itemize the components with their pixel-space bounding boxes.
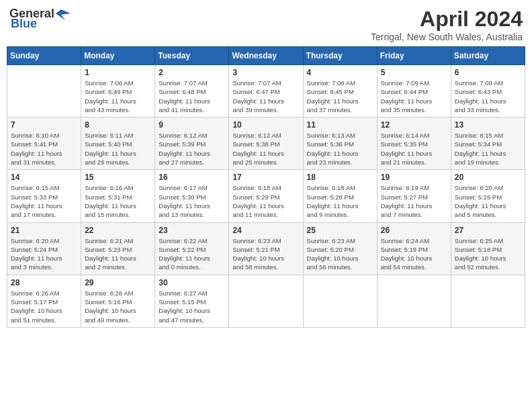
day-info: Sunrise: 6:10 AMSunset: 5:41 PMDaylight:… (11, 131, 77, 167)
day-info: Sunrise: 6:24 AMSunset: 5:19 PMDaylight:… (381, 236, 447, 272)
calendar-cell: 4Sunrise: 7:08 AMSunset: 6:45 PMDaylight… (303, 65, 377, 118)
calendar-cell (451, 275, 525, 327)
day-info: Sunrise: 7:07 AMSunset: 6:48 PMDaylight:… (159, 79, 225, 114)
day-number: 28 (11, 278, 77, 287)
logo-blue-text: Blue (11, 17, 37, 31)
logo: General Blue (9, 7, 71, 31)
calendar-cell: 8Sunrise: 6:11 AMSunset: 5:40 PMDaylight… (81, 118, 155, 170)
day-number: 15 (85, 173, 151, 182)
day-number: 17 (232, 173, 299, 182)
calendar-cell: 18Sunrise: 6:18 AMSunset: 5:28 PMDayligh… (303, 170, 377, 222)
day-info: Sunrise: 7:07 AMSunset: 6:47 PMDaylight:… (232, 79, 299, 114)
day-header-saturday: Saturday (451, 47, 525, 65)
calendar-week-row: 14Sunrise: 6:15 AMSunset: 5:33 PMDayligh… (7, 170, 525, 222)
day-number: 4 (307, 68, 373, 77)
day-info: Sunrise: 6:20 AMSunset: 5:26 PMDaylight:… (455, 183, 521, 219)
calendar-cell: 29Sunrise: 6:26 AMSunset: 5:16 PMDayligh… (81, 275, 155, 327)
calendar-cell: 13Sunrise: 6:15 AMSunset: 5:34 PMDayligh… (451, 118, 525, 170)
calendar-cell: 16Sunrise: 6:17 AMSunset: 5:30 PMDayligh… (155, 170, 229, 222)
day-number: 1 (85, 68, 151, 77)
day-info: Sunrise: 6:25 AMSunset: 5:18 PMDaylight:… (455, 236, 521, 272)
calendar-body: 1Sunrise: 7:06 AMSunset: 6:49 PMDaylight… (7, 65, 525, 328)
day-info: Sunrise: 6:27 AMSunset: 5:15 PMDaylight:… (159, 289, 225, 324)
calendar-cell: 10Sunrise: 6:12 AMSunset: 5:38 PMDayligh… (229, 118, 303, 170)
calendar-header-row: SundayMondayTuesdayWednesdayThursdayFrid… (7, 47, 525, 65)
location-subtitle: Terrigal, New South Wales, Australia (371, 32, 523, 42)
calendar-cell: 19Sunrise: 6:19 AMSunset: 5:27 PMDayligh… (377, 170, 451, 222)
day-info: Sunrise: 6:22 AMSunset: 5:22 PMDaylight:… (159, 236, 225, 272)
day-number: 14 (11, 173, 77, 182)
day-number: 12 (381, 120, 447, 130)
calendar-cell: 22Sunrise: 6:21 AMSunset: 5:23 PMDayligh… (81, 222, 155, 275)
day-info: Sunrise: 7:09 AMSunset: 6:44 PMDaylight:… (381, 79, 447, 114)
calendar-cell: 3Sunrise: 7:07 AMSunset: 6:47 PMDaylight… (229, 65, 303, 118)
day-number: 3 (232, 68, 299, 77)
calendar-week-row: 28Sunrise: 6:26 AMSunset: 5:17 PMDayligh… (7, 275, 525, 327)
day-info: Sunrise: 7:06 AMSunset: 6:49 PMDaylight:… (85, 79, 151, 114)
day-number: 25 (307, 226, 373, 235)
day-header-wednesday: Wednesday (229, 47, 303, 65)
calendar-cell: 25Sunrise: 6:23 AMSunset: 5:20 PMDayligh… (303, 222, 377, 275)
day-info: Sunrise: 6:26 AMSunset: 5:17 PMDaylight:… (11, 289, 77, 324)
calendar-cell: 21Sunrise: 6:20 AMSunset: 5:24 PMDayligh… (7, 222, 81, 275)
calendar-cell: 7Sunrise: 6:10 AMSunset: 5:41 PMDaylight… (7, 118, 81, 170)
day-number: 13 (455, 120, 521, 130)
calendar-cell: 9Sunrise: 6:12 AMSunset: 5:39 PMDaylight… (155, 118, 229, 170)
day-number: 18 (307, 173, 373, 182)
day-info: Sunrise: 6:18 AMSunset: 5:29 PMDaylight:… (232, 183, 299, 219)
day-info: Sunrise: 7:08 AMSunset: 6:45 PMDaylight:… (307, 79, 373, 114)
calendar-cell (229, 275, 303, 327)
day-header-tuesday: Tuesday (155, 47, 229, 65)
calendar-cell: 5Sunrise: 7:09 AMSunset: 6:44 PMDaylight… (377, 65, 451, 118)
calendar-cell: 11Sunrise: 6:13 AMSunset: 5:36 PMDayligh… (303, 118, 377, 170)
day-number: 6 (455, 68, 521, 77)
day-info: Sunrise: 6:23 AMSunset: 5:20 PMDaylight:… (307, 236, 373, 272)
calendar-cell (303, 275, 377, 327)
calendar-cell: 14Sunrise: 6:15 AMSunset: 5:33 PMDayligh… (7, 170, 81, 222)
day-info: Sunrise: 6:16 AMSunset: 5:31 PMDaylight:… (85, 183, 151, 219)
day-info: Sunrise: 6:15 AMSunset: 5:33 PMDaylight:… (11, 183, 77, 219)
day-info: Sunrise: 7:09 AMSunset: 6:43 PMDaylight:… (455, 79, 521, 114)
day-number: 22 (85, 226, 151, 235)
header: General Blue April 2024 Terrigal, New So… (7, 7, 525, 42)
day-info: Sunrise: 6:26 AMSunset: 5:16 PMDaylight:… (85, 289, 151, 324)
day-number: 26 (381, 226, 447, 235)
calendar-cell: 27Sunrise: 6:25 AMSunset: 5:18 PMDayligh… (451, 222, 525, 275)
day-header-thursday: Thursday (303, 47, 377, 65)
calendar-cell: 30Sunrise: 6:27 AMSunset: 5:15 PMDayligh… (155, 275, 229, 327)
calendar-cell: 17Sunrise: 6:18 AMSunset: 5:29 PMDayligh… (229, 170, 303, 222)
day-number: 2 (159, 68, 225, 77)
day-number: 10 (232, 120, 299, 130)
calendar-week-row: 1Sunrise: 7:06 AMSunset: 6:49 PMDaylight… (7, 65, 525, 118)
day-number: 11 (307, 120, 373, 130)
day-number: 29 (85, 278, 151, 287)
day-number: 19 (381, 173, 447, 182)
month-year-title: April 2024 (371, 7, 523, 32)
day-header-friday: Friday (377, 47, 451, 65)
day-number: 24 (232, 226, 299, 235)
day-info: Sunrise: 6:19 AMSunset: 5:27 PMDaylight:… (381, 183, 447, 219)
day-number: 20 (455, 173, 521, 182)
day-number: 30 (159, 278, 225, 287)
day-number: 23 (159, 226, 225, 235)
calendar-table: SundayMondayTuesdayWednesdayThursdayFrid… (7, 46, 525, 328)
day-info: Sunrise: 6:20 AMSunset: 5:24 PMDaylight:… (11, 236, 77, 272)
day-info: Sunrise: 6:17 AMSunset: 5:30 PMDaylight:… (159, 183, 225, 219)
calendar-cell (377, 275, 451, 327)
calendar-cell (7, 65, 81, 118)
calendar-cell: 1Sunrise: 7:06 AMSunset: 6:49 PMDaylight… (81, 65, 155, 118)
calendar-cell: 28Sunrise: 6:26 AMSunset: 5:17 PMDayligh… (7, 275, 81, 327)
day-number: 9 (159, 120, 225, 130)
day-number: 27 (455, 226, 521, 235)
day-number: 16 (159, 173, 225, 182)
day-info: Sunrise: 6:12 AMSunset: 5:39 PMDaylight:… (159, 131, 225, 167)
day-number: 5 (381, 68, 447, 77)
svg-marker-0 (56, 9, 71, 20)
calendar-cell: 23Sunrise: 6:22 AMSunset: 5:22 PMDayligh… (155, 222, 229, 275)
logo-bird-icon (56, 8, 71, 20)
day-number: 8 (85, 120, 151, 130)
calendar-cell: 20Sunrise: 6:20 AMSunset: 5:26 PMDayligh… (451, 170, 525, 222)
calendar-cell: 6Sunrise: 7:09 AMSunset: 6:43 PMDaylight… (451, 65, 525, 118)
day-number: 7 (11, 120, 77, 130)
day-header-monday: Monday (81, 47, 155, 65)
